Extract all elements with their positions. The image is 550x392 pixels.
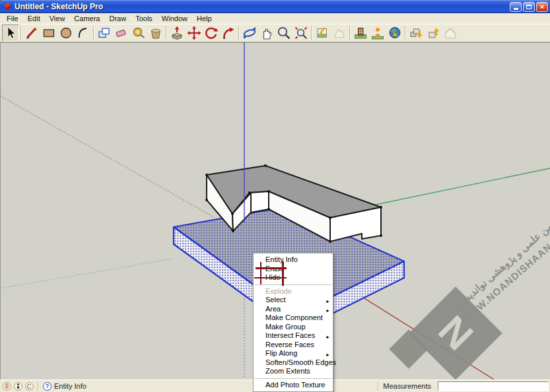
context-menu-item-label: Zoom Extents: [265, 367, 310, 375]
photo-textures-button[interactable]: [352, 24, 369, 42]
getmodels-icon: [409, 26, 423, 40]
menu-help[interactable]: Help: [192, 14, 217, 23]
rectangle-tool-button[interactable]: [40, 24, 57, 42]
phototex-icon: [353, 26, 368, 40]
context-menu-item-add-photo-texture[interactable]: Add Photo Texture: [254, 381, 333, 390]
arc-icon: [76, 26, 90, 40]
pushpull-icon: [170, 26, 184, 40]
minimize-icon: [514, 8, 518, 10]
share-model-button[interactable]: [425, 24, 442, 42]
menu-draw[interactable]: Draw: [104, 14, 131, 23]
make-component-button[interactable]: [96, 24, 113, 42]
push-pull-button[interactable]: [168, 24, 186, 42]
context-menu-separator: [255, 378, 331, 379]
menu-file[interactable]: File: [2, 14, 23, 23]
context-menu-item-label: Area: [265, 305, 281, 313]
help-question-icon: ?: [43, 382, 52, 391]
toolbar-separator: [166, 26, 167, 40]
status-hint-text: Entity Info: [54, 382, 86, 390]
statusbar-icon-globe[interactable]: [25, 382, 34, 391]
toolbar-separator: [405, 26, 406, 40]
offset-icon: [221, 26, 236, 40]
measurements-label: Measurements: [383, 382, 431, 390]
statusbar-icon-person[interactable]: [14, 382, 22, 391]
context-menu: Entity InfoEraseHideExplodeSelect►Area►M…: [253, 253, 333, 392]
circle-tool-button[interactable]: [57, 24, 75, 42]
block-notch-face[interactable]: [251, 191, 269, 212]
toolbar-separator: [93, 26, 94, 40]
close-button[interactable]: ×: [536, 2, 548, 12]
context-menu-item-make-group[interactable]: Make Group: [254, 323, 333, 332]
sketchup-logo-icon: [3, 2, 12, 11]
context-menu-item-reverse-faces[interactable]: Reverse Faces: [254, 341, 333, 350]
context-menu-item-soften-smooth-edges[interactable]: Soften/Smooth Edges: [254, 358, 333, 368]
menu-camera[interactable]: Camera: [69, 14, 104, 23]
line-tool-button[interactable]: [23, 24, 40, 42]
green-axis: [370, 168, 550, 206]
rotate-icon: [204, 26, 219, 40]
tape-icon: [131, 26, 146, 40]
person-icon: [370, 26, 385, 40]
preview-google-earth-button[interactable]: [386, 24, 403, 42]
context-menu-item-make-component[interactable]: Make Component: [254, 313, 333, 323]
rotate-tool-button[interactable]: [203, 24, 220, 42]
context-menu-item-intersect-faces[interactable]: Intersect Faces►: [254, 331, 333, 341]
bulb-glyph: [5, 383, 9, 389]
offset-tool-button[interactable]: [220, 24, 237, 42]
menu-edit[interactable]: Edit: [23, 14, 45, 23]
statusbar-icon-bulb[interactable]: [3, 382, 11, 391]
tape-measure-button[interactable]: [130, 24, 147, 42]
context-menu-item-label: Flip Along: [265, 349, 297, 357]
circle-icon: [59, 26, 73, 40]
move-tool-button[interactable]: [186, 24, 203, 42]
person-glyph: [17, 383, 19, 389]
arc-tool-button[interactable]: [75, 24, 92, 42]
terrain-icon: [332, 26, 347, 40]
highlight-annotation-line-right: [282, 261, 284, 286]
get-models-button[interactable]: [407, 24, 425, 42]
eraser-tool-button[interactable]: [113, 24, 130, 42]
toolbar-separator: [238, 26, 240, 40]
context-menu-separator: [255, 284, 331, 285]
paint-bucket-button[interactable]: [147, 24, 164, 42]
zoom-icon: [277, 26, 291, 40]
toolbar: [0, 24, 550, 42]
context-menu-item-label: Soften/Smooth Edges: [265, 358, 336, 366]
context-menu-item-explode: Explode: [254, 287, 333, 296]
zoom-tool-button[interactable]: [275, 24, 292, 42]
menu-tools[interactable]: Tools: [131, 14, 157, 23]
highlight-annotation-line-left: [260, 262, 262, 284]
zoomext-icon: [294, 26, 308, 40]
context-menu-item-label: Add Photo Texture: [265, 381, 325, 389]
makecomp-icon: [97, 26, 112, 40]
cursor-icon: [3, 26, 18, 40]
context-menu-item-area[interactable]: Area►: [254, 305, 333, 314]
context-menu-item-label: Intersect Faces: [265, 331, 315, 339]
context-menu-item-select[interactable]: Select►: [254, 296, 333, 305]
context-menu-item-entity-info[interactable]: Entity Info: [254, 255, 333, 265]
statusbar-separator-right: [378, 381, 379, 391]
pan-tool-button[interactable]: [258, 24, 275, 42]
add-building-button[interactable]: [369, 24, 386, 42]
toolbar-separator: [20, 26, 22, 40]
menu-window[interactable]: Window: [157, 14, 192, 23]
zoom-extents-button[interactable]: [292, 24, 310, 42]
context-menu-item-label: Select: [265, 296, 286, 304]
context-menu-item-flip-along[interactable]: Flip Along►: [254, 349, 333, 358]
statusbar-separator: [38, 381, 39, 391]
house-icon: [443, 26, 458, 40]
orbit-tool-button[interactable]: [241, 24, 258, 42]
minimize-button[interactable]: [510, 2, 522, 12]
pan-icon: [259, 26, 274, 40]
get-current-view-button[interactable]: [314, 24, 331, 42]
measurements-input[interactable]: [438, 381, 549, 391]
menu-view[interactable]: View: [45, 14, 70, 23]
green-axis-negative: [0, 259, 173, 288]
toolbar-separator: [311, 26, 312, 40]
context-menu-item-label: Reverse Faces: [265, 341, 314, 348]
select-tool-button[interactable]: [2, 24, 19, 42]
menu-bar: FileEditViewCameraDrawToolsWindowHelp: [0, 13, 550, 24]
context-menu-item-zoom-extents[interactable]: Zoom Extents: [254, 367, 333, 376]
sharemodel-icon: [426, 26, 440, 40]
restore-button[interactable]: [523, 2, 535, 12]
